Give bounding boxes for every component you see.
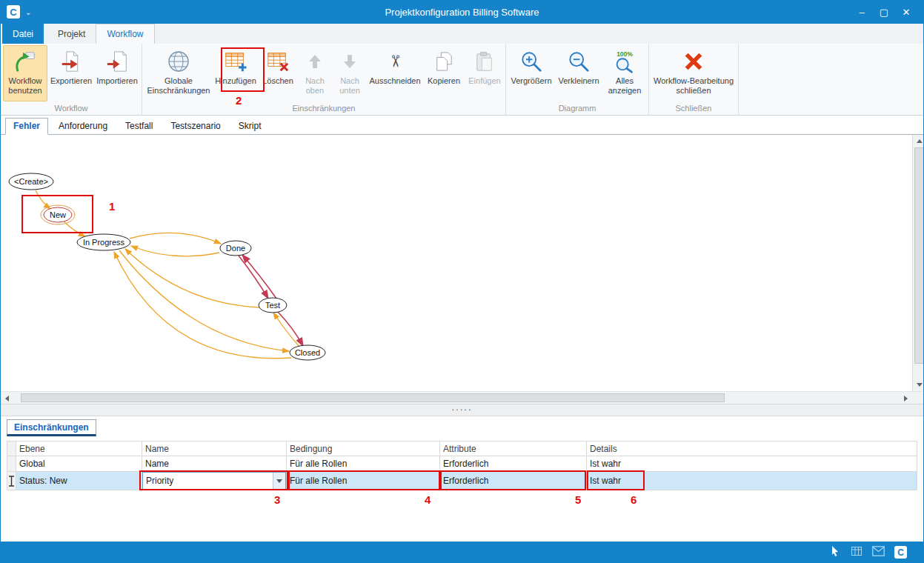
tab-workflow[interactable]: Workflow: [96, 24, 154, 44]
tab-skript[interactable]: Skript: [231, 119, 269, 134]
cell-name[interactable]: Name: [142, 456, 287, 472]
table-row-status-new[interactable]: Status: New Priority Für alle Rollen Erf…: [7, 472, 917, 490]
delete-constraint-button[interactable]: Löschen: [259, 45, 297, 101]
cell-details[interactable]: Ist wahr: [587, 456, 917, 472]
cut-button[interactable]: ✂ Ausschneiden: [368, 45, 422, 101]
cell-ebene[interactable]: Global: [16, 456, 142, 472]
move-up-label: Nach oben: [300, 76, 330, 95]
app-logo-icon[interactable]: C: [7, 5, 20, 19]
table-row-global[interactable]: Global Name Für alle Rollen Erforderlich…: [7, 456, 917, 472]
move-down-label: Nach unten: [334, 76, 365, 95]
zoom-in-button[interactable]: Vergrößern: [508, 45, 554, 101]
grid-icon[interactable]: [851, 545, 862, 560]
cell-name[interactable]: Priority: [142, 472, 287, 490]
export-icon: [61, 49, 82, 74]
priority-combobox[interactable]: Priority: [142, 472, 286, 490]
ribbon-group-constraints: Globale Einschränkungen Hinzufügen Lösch…: [142, 44, 506, 115]
edit-cursor-icon: [7, 472, 16, 490]
show-all-button[interactable]: 100% Alles anzeigen: [603, 45, 646, 101]
tab-einschraenkungen[interactable]: Einschränkungen: [7, 419, 96, 436]
close-workflow-editor-label: Workflow-Bearbeitung schließen: [653, 76, 734, 95]
import-icon: [107, 49, 127, 74]
cell-attribute[interactable]: Erforderlich: [440, 456, 587, 472]
scroll-left-arrow-icon[interactable]: [1, 392, 13, 404]
pointer-icon[interactable]: [829, 545, 841, 560]
node-in-progress[interactable]: In Progress: [77, 234, 130, 250]
ribbon-tab-strip: Datei Projekt Workflow: [1, 24, 923, 44]
move-down-button[interactable]: Nach unten: [333, 45, 367, 101]
tab-datei[interactable]: Datei: [2, 24, 44, 44]
column-header-details[interactable]: Details: [587, 442, 917, 456]
use-workflow-icon: [14, 49, 36, 74]
dropdown-chevron-icon[interactable]: [273, 473, 285, 489]
app-logo-status-icon[interactable]: C: [894, 546, 907, 559]
diagram-vertical-scrollbar[interactable]: [912, 135, 924, 391]
cell-attribute[interactable]: Erforderlich: [440, 472, 587, 490]
ribbon: Workflow benutzen Exportieren Importiere…: [1, 44, 923, 116]
paste-label: Einfügen: [468, 76, 500, 86]
quick-access-caret-icon[interactable]: ⌄: [25, 8, 31, 16]
cell-bedingung[interactable]: Für alle Rollen: [287, 472, 440, 490]
move-up-button[interactable]: Nach oben: [299, 45, 331, 101]
global-constraints-button[interactable]: Globale Einschränkungen: [144, 45, 213, 101]
scroll-up-arrow-icon[interactable]: [913, 135, 924, 147]
statusbar: C: [1, 542, 923, 563]
titlebar: C ⌄ Projektkonfiguration Billing Softwar…: [1, 0, 923, 24]
arrow-up-icon: [306, 49, 324, 74]
workflow-transitions[interactable]: [36, 190, 303, 359]
cell-bedingung[interactable]: Für alle Rollen: [287, 456, 440, 472]
hscroll-thumb[interactable]: [21, 393, 725, 402]
entity-tab-strip: Fehler Anforderung Testfall Testszenario…: [1, 116, 923, 135]
svg-text:New: New: [50, 210, 66, 219]
add-constraint-label: Hinzufügen: [215, 76, 256, 86]
paste-button[interactable]: Einfügen: [466, 45, 503, 101]
svg-text:Test: Test: [265, 301, 280, 310]
import-button[interactable]: Importieren: [95, 45, 139, 101]
priority-combobox-value: Priority: [143, 476, 273, 486]
node-new[interactable]: New: [41, 205, 75, 224]
column-header-attribute[interactable]: Attribute: [440, 442, 587, 456]
column-header-name[interactable]: Name: [142, 442, 287, 456]
zoom-out-button[interactable]: Verkleinern: [556, 45, 602, 101]
scroll-down-arrow-icon[interactable]: [913, 379, 924, 391]
red-x-icon: [682, 49, 705, 74]
close-workflow-editor-button[interactable]: Workflow-Bearbeitung schließen: [651, 45, 736, 101]
maximize-button[interactable]: ▢: [873, 4, 895, 20]
tab-testfall[interactable]: Testfall: [118, 119, 160, 134]
zoom-out-icon: [568, 49, 590, 74]
panel-splitter[interactable]: .....: [1, 404, 923, 416]
paste-icon: [475, 49, 494, 74]
node-done[interactable]: Done: [220, 241, 251, 256]
svg-text:Closed: Closed: [295, 348, 320, 357]
scrollbar-corner: [912, 392, 924, 404]
cell-details[interactable]: Ist wahr: [587, 472, 917, 490]
delete-table-icon: [267, 49, 289, 74]
use-workflow-button[interactable]: Workflow benutzen: [3, 45, 47, 101]
workflow-diagram-canvas[interactable]: <Create> New In Progress Done Tes: [1, 135, 924, 391]
cell-ebene[interactable]: Status: New: [16, 472, 142, 490]
column-header-ebene[interactable]: Ebene: [16, 442, 142, 456]
scroll-right-arrow-icon[interactable]: [900, 392, 912, 404]
global-constraints-label: Globale Einschränkungen: [146, 76, 211, 95]
globe-icon: [167, 49, 190, 74]
minimize-button[interactable]: –: [851, 4, 873, 20]
zoom-in-icon: [520, 49, 542, 74]
zoom-in-label: Vergrößern: [511, 76, 551, 86]
tab-fehler[interactable]: Fehler: [5, 118, 48, 135]
tab-testszenario[interactable]: Testszenario: [163, 119, 227, 134]
tab-projekt[interactable]: Projekt: [47, 24, 96, 44]
node-test[interactable]: Test: [259, 298, 287, 313]
close-button[interactable]: ✕: [895, 4, 917, 20]
import-label: Importieren: [96, 76, 138, 86]
mail-icon[interactable]: [872, 546, 885, 559]
node-create[interactable]: <Create>: [9, 173, 53, 190]
column-header-bedingung[interactable]: Bedingung: [287, 442, 440, 456]
node-closed[interactable]: Closed: [290, 345, 325, 360]
row-indicator: [7, 456, 16, 472]
copy-button[interactable]: Kopieren: [423, 45, 465, 101]
tab-anforderung[interactable]: Anforderung: [51, 119, 115, 134]
add-constraint-button[interactable]: Hinzufügen: [214, 45, 257, 101]
export-button[interactable]: Exportieren: [49, 45, 93, 101]
arrow-down-icon: [341, 49, 359, 74]
vscroll-thumb[interactable]: [914, 147, 924, 364]
